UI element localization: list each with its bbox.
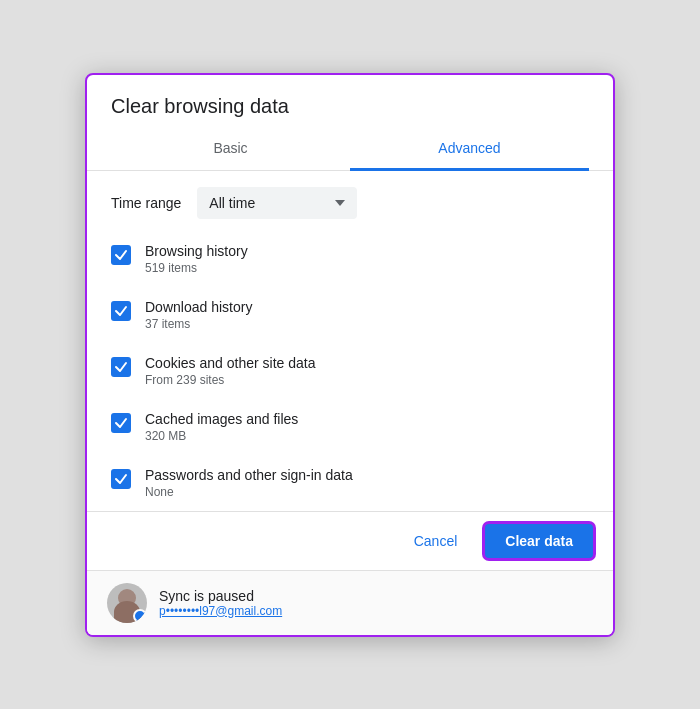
list-item: Browsing history 519 items bbox=[87, 231, 613, 287]
download-history-text: Download history 37 items bbox=[145, 299, 252, 331]
browsing-history-text: Browsing history 519 items bbox=[145, 243, 248, 275]
scrollable-content: Time range All time Browsing history 519… bbox=[87, 171, 613, 511]
tab-advanced[interactable]: Advanced bbox=[350, 130, 589, 171]
sync-email[interactable]: p••••••••l97@gmail.com bbox=[159, 604, 282, 618]
sync-text-wrap: Sync is paused p••••••••l97@gmail.com bbox=[159, 588, 282, 618]
list-item: Cached images and files 320 MB bbox=[87, 399, 613, 455]
cached-text: Cached images and files 320 MB bbox=[145, 411, 298, 443]
time-range-row: Time range All time bbox=[87, 171, 613, 231]
list-item: Passwords and other sign-in data None bbox=[87, 455, 613, 511]
cookies-text: Cookies and other site data From 239 sit… bbox=[145, 355, 315, 387]
tab-bar: Basic Advanced bbox=[87, 130, 613, 171]
sync-status: Sync is paused bbox=[159, 588, 282, 604]
sync-footer: Sync is paused p••••••••l97@gmail.com bbox=[87, 570, 613, 635]
passwords-checkbox[interactable] bbox=[111, 469, 131, 489]
browsing-history-sublabel: 519 items bbox=[145, 261, 248, 275]
cached-checkbox[interactable] bbox=[111, 413, 131, 433]
browsing-history-checkbox[interactable] bbox=[111, 245, 131, 265]
download-history-label: Download history bbox=[145, 299, 252, 315]
list-item: Download history 37 items bbox=[87, 287, 613, 343]
download-history-checkbox[interactable] bbox=[111, 301, 131, 321]
cached-sublabel: 320 MB bbox=[145, 429, 298, 443]
dialog-title: Clear browsing data bbox=[87, 75, 613, 130]
dropdown-arrow-icon bbox=[335, 200, 345, 206]
passwords-text: Passwords and other sign-in data None bbox=[145, 467, 353, 499]
time-range-select[interactable]: All time bbox=[197, 187, 357, 219]
download-history-sublabel: 37 items bbox=[145, 317, 252, 331]
clear-data-button[interactable]: Clear data bbox=[485, 524, 593, 558]
passwords-sublabel: None bbox=[145, 485, 353, 499]
time-range-value: All time bbox=[209, 195, 255, 211]
cancel-button[interactable]: Cancel bbox=[396, 525, 476, 557]
browsing-history-label: Browsing history bbox=[145, 243, 248, 259]
dialog-footer: Cancel Clear data bbox=[87, 511, 613, 570]
cached-label: Cached images and files bbox=[145, 411, 298, 427]
time-range-label: Time range bbox=[111, 195, 181, 211]
list-item: Cookies and other site data From 239 sit… bbox=[87, 343, 613, 399]
passwords-label: Passwords and other sign-in data bbox=[145, 467, 353, 483]
cookies-checkbox[interactable] bbox=[111, 357, 131, 377]
clear-browsing-data-dialog: Clear browsing data Basic Advanced Time … bbox=[85, 73, 615, 637]
cookies-sublabel: From 239 sites bbox=[145, 373, 315, 387]
avatar bbox=[107, 583, 147, 623]
sync-badge bbox=[133, 609, 147, 623]
cookies-label: Cookies and other site data bbox=[145, 355, 315, 371]
tab-basic[interactable]: Basic bbox=[111, 130, 350, 171]
